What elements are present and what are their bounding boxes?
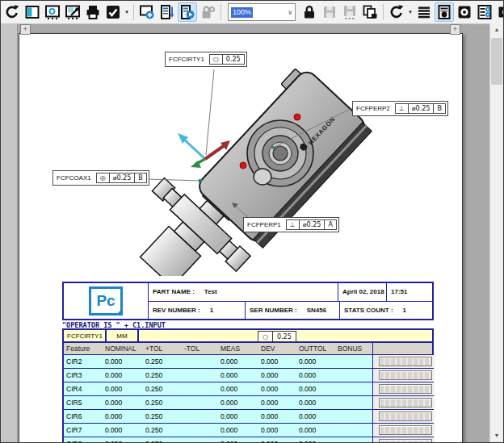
printer-pages-icon: [362, 4, 378, 20]
cell-feature: CIR2: [64, 355, 103, 368]
cell-meas: 0.000: [218, 369, 258, 382]
text-lines-icon: [416, 4, 432, 20]
date-cell: April 02, 2018: [338, 283, 387, 301]
hit-point-marker: [199, 179, 202, 182]
cell-meas: 0.000: [218, 382, 258, 395]
cell-ptol: 0.250: [143, 424, 182, 437]
ser-number-value: SN456: [307, 307, 326, 314]
cell-outtol: 0.000: [296, 437, 335, 443]
scrollbar-thumb[interactable]: [491, 38, 502, 85]
time-value: 17:51: [391, 288, 407, 295]
callout-tolerance: 0.25: [223, 55, 244, 64]
cell-outtol-bar: [372, 355, 435, 368]
cell-dev: 0.000: [258, 369, 296, 382]
dimension-name: FCFCIRTY1: [64, 330, 107, 341]
cell-feature: CIR7: [64, 424, 103, 437]
table-row: CIR20.0000.2500.0000.0000.000: [64, 355, 432, 369]
lock-icon: [301, 4, 317, 20]
callout-tolerance: ⌀0.25: [110, 173, 136, 182]
rev-number-value: 1: [210, 307, 213, 314]
cell-mtol: [182, 382, 218, 395]
report-window-button[interactable]: [43, 2, 62, 22]
scroll-down-icon[interactable]: ▼: [490, 429, 503, 442]
feature-rows: CIR20.0000.2500.0000.0000.000CIR30.0000.…: [64, 355, 432, 443]
callout-datum: B: [135, 173, 146, 182]
cell-outtol: 0.000: [296, 355, 335, 368]
dark-ball-icon: [456, 4, 472, 20]
cell-outtol-bar: [372, 437, 435, 443]
zoom-dropdown-caret[interactable]: ∨: [288, 9, 292, 16]
column-header: NOMINAL: [103, 343, 143, 354]
cell-mtol: [182, 437, 218, 443]
report-list-view-button[interactable]: [475, 2, 494, 22]
cell-nominal: 0.000: [103, 424, 143, 437]
save-report-as-button[interactable]: [340, 2, 359, 22]
lock-report-button[interactable]: [300, 2, 319, 22]
logo-fold-icon: [116, 308, 123, 316]
print-button[interactable]: [83, 2, 103, 22]
rerun-menu-caret[interactable]: ▾: [407, 9, 414, 15]
zoom-level-value: 100%: [231, 7, 253, 18]
zoom-level-combobox[interactable]: 100% ∨: [228, 3, 296, 21]
print-copies-button[interactable]: [360, 2, 380, 22]
cell-ptol: 0.250: [143, 437, 182, 443]
cell-meas: 0.000: [218, 410, 258, 423]
feature-results-table: Feature NOMINAL +TOL -TOL MEAS DEV OUTTO…: [62, 343, 434, 443]
cell-ptol: 0.250: [143, 410, 182, 423]
cell-meas: 0.000: [218, 355, 258, 368]
cell-outtol: 0.000: [296, 410, 335, 423]
cell-meas: 0.000: [218, 396, 258, 409]
rev-number-label: REV NUMBER :: [153, 307, 200, 314]
callout-tolerance: ⌀0.25: [300, 220, 326, 229]
outtol-bar: [379, 439, 432, 443]
part-name-value: Test: [204, 288, 217, 295]
cell-dev: 0.000: [258, 424, 296, 437]
report-header-table: Pc PART NAME : Test April 02, 2018: [62, 282, 434, 320]
table-row: CIR30.0000.2500.0000.0000.000: [64, 369, 432, 382]
cell-bonus: [335, 382, 372, 395]
report-options-button[interactable]: [63, 2, 82, 22]
text-and-cad-report-button[interactable]: [158, 2, 177, 22]
check-menu-caret[interactable]: ▾: [124, 9, 130, 15]
cell-mtol: [182, 424, 218, 437]
run-report-button[interactable]: [178, 2, 197, 22]
cell-feature: CIR6: [64, 410, 103, 423]
add-report-window-button[interactable]: [137, 2, 157, 22]
cell-bonus: [335, 424, 372, 437]
solid-view-button[interactable]: [455, 2, 474, 22]
cell-outtol-bar: [372, 369, 435, 382]
cell-meas: 0.000: [218, 437, 258, 443]
expand-marker-icon[interactable]: +: [20, 24, 31, 35]
cell-outtol: 0.000: [296, 382, 335, 395]
cell-outtol-bar: [372, 424, 435, 437]
expand-marker-icon[interactable]: +: [450, 24, 460, 35]
table-row: CIR60.0000.2500.0000.0000.000: [64, 410, 432, 424]
left-margin-strip: [1, 23, 18, 442]
cell-outtol-bar: [372, 382, 435, 395]
column-header: BONUS: [335, 343, 372, 354]
refresh-report-button[interactable]: [2, 2, 22, 22]
page-layout-button[interactable]: [23, 2, 42, 22]
callout-label: FCFPERP1: [244, 218, 284, 232]
pcdmis-logo: Pc: [89, 286, 123, 316]
lock-disabled-button[interactable]: [198, 2, 217, 22]
cell-ptol: 0.250: [143, 382, 182, 395]
scroll-up-icon[interactable]: ▲: [490, 23, 503, 36]
save-report-button[interactable]: [320, 2, 339, 22]
text-only-view-button[interactable]: [414, 2, 434, 22]
callout-fcfperp1: FCFPERP1 ⊥ ⌀0.25 A: [243, 217, 339, 232]
cell-nominal: 0.000: [103, 355, 143, 368]
rerun-menu-button[interactable]: [387, 2, 406, 22]
cell-ptol: 0.250: [143, 396, 182, 409]
time-cell: 17:51: [387, 283, 432, 301]
dimension-header-row: FCFCIRTY1 MM ○ 0.25: [62, 328, 434, 343]
cell-dev: 0.000: [258, 437, 296, 443]
save-floppy-icon: [321, 4, 338, 20]
report-view-button[interactable]: [435, 2, 454, 22]
ser-number-cell: SER NUMBER : SN456: [246, 302, 340, 320]
concentricity-symbol-icon: ◎: [97, 173, 110, 182]
vertical-scrollbar[interactable]: ▲ ▼: [489, 23, 503, 442]
approve-check-button[interactable]: [103, 2, 123, 22]
cell-mtol: [182, 369, 218, 382]
cad-only-view-button[interactable]: [495, 2, 504, 22]
